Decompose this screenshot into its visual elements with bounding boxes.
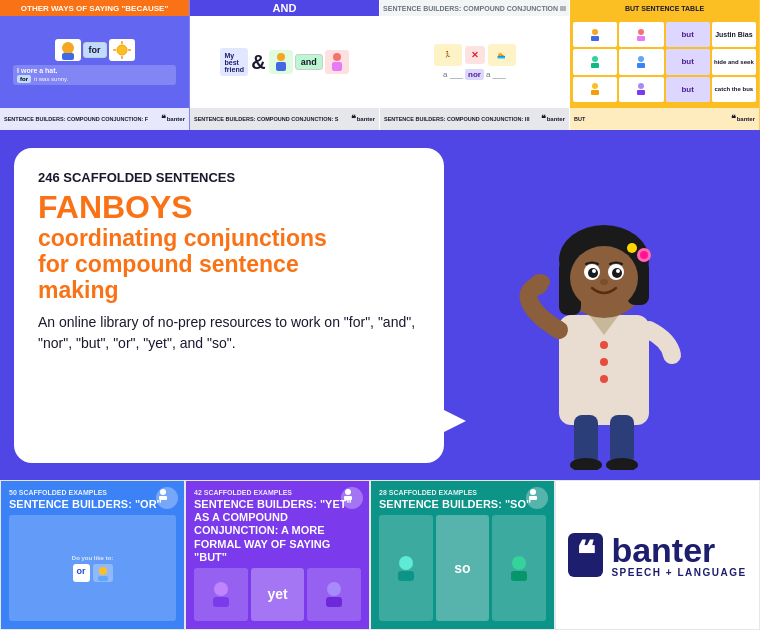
svg-rect-45 bbox=[574, 415, 598, 465]
my-box: Mybestfriend bbox=[220, 48, 248, 76]
svg-point-7 bbox=[277, 53, 285, 61]
or-scaffold-label: 50 SCAFFOLDED EXAMPLES bbox=[9, 489, 176, 496]
so-word-box: so bbox=[436, 515, 490, 621]
but-cell-but2: but bbox=[666, 49, 710, 74]
card-content-for: for I wore a hat. for it was sunny. bbox=[0, 16, 189, 108]
but-cell-2 bbox=[619, 22, 663, 47]
svg-point-25 bbox=[600, 341, 608, 349]
nor-b-label: a ___ bbox=[486, 70, 506, 79]
but-cell-but3: but bbox=[666, 77, 710, 102]
speech-bubble: 246 SCAFFOLDED SENTENCES FANBOYS coordin… bbox=[14, 148, 444, 463]
banter-logo-4: ❝ banter bbox=[731, 114, 755, 124]
svg-rect-56 bbox=[326, 597, 342, 607]
footer-label-nor: SENTENCE BUILDERS: COMPOUND CONJUNCTION:… bbox=[384, 116, 529, 122]
svg-point-38 bbox=[592, 269, 596, 273]
ampersand-icon: & bbox=[251, 51, 265, 74]
brand-quote-mark: ❝ bbox=[576, 537, 595, 573]
nor-pill: nor bbox=[465, 69, 484, 80]
svg-rect-10 bbox=[332, 62, 342, 71]
bottom-row: 50 SCAFFOLDED EXAMPLES SENTENCE BUILDERS… bbox=[0, 480, 760, 630]
middle-section: 246 SCAFFOLDED SENTENCES FANBOYS coordin… bbox=[0, 130, 760, 480]
brand-quote-box: ❝ bbox=[568, 533, 603, 577]
so-img-2 bbox=[492, 515, 546, 621]
svg-point-44 bbox=[530, 274, 550, 290]
for-pill: for bbox=[83, 42, 107, 58]
svg-point-43 bbox=[627, 243, 637, 253]
x-icon: ✕ bbox=[465, 46, 485, 64]
but-cell-4 bbox=[619, 49, 663, 74]
or-word-box: or bbox=[73, 564, 90, 582]
svg-rect-62 bbox=[511, 571, 527, 581]
svg-rect-46 bbox=[610, 415, 634, 465]
bubble-body-text: An online library of no-prep resources t… bbox=[38, 312, 420, 354]
top-card-but[interactable]: BUT SENTENCE TABLE but Justin Bias but h… bbox=[570, 0, 760, 130]
or-img-do-you: Do you like to: or bbox=[9, 515, 176, 621]
bottom-card-or[interactable]: 50 SCAFFOLDED EXAMPLES SENTENCE BUILDERS… bbox=[0, 480, 185, 630]
svg-point-15 bbox=[592, 56, 598, 62]
but-cell-action: hide and seek bbox=[712, 49, 756, 74]
svg-point-55 bbox=[327, 582, 341, 596]
svg-rect-14 bbox=[637, 36, 645, 41]
svg-rect-64 bbox=[529, 496, 537, 500]
but-cell-name: Justin Bias bbox=[712, 22, 756, 47]
top-card-and[interactable]: AND Mybestfriend & and SENTENCE BUILDERS… bbox=[190, 0, 380, 130]
yet-corner-icon bbox=[341, 487, 363, 509]
card-footer-and: SENTENCE BUILDERS: COMPOUND CONJUNCTION:… bbox=[190, 108, 379, 130]
but-cell-but: but bbox=[666, 22, 710, 47]
footer-label-but: but bbox=[574, 116, 585, 122]
banter-logo-3: ❝ banter bbox=[541, 114, 565, 124]
bottom-card-so[interactable]: 28 SCAFFOLDED EXAMPLES SENTENCE BUILDERS… bbox=[370, 480, 555, 630]
subtitle-line2: coordinating conjunctions bbox=[38, 225, 327, 251]
card-header-nor: SENTENCE BUILDERS: COMPOUND CONJUNCTION … bbox=[380, 0, 569, 16]
speech-bubble-container: 246 SCAFFOLDED SENTENCES FANBOYS coordin… bbox=[10, 140, 448, 470]
but-cell-5 bbox=[573, 77, 617, 102]
so-title: SENTENCE BUILDERS: "SO" bbox=[379, 498, 546, 511]
and-pill: and bbox=[295, 54, 323, 70]
brand-logo-group: ❝ banter SPEECH + LANGUAGE bbox=[568, 533, 746, 578]
svg-point-26 bbox=[600, 358, 608, 366]
or-image-row: Do you like to: or bbox=[9, 515, 176, 621]
card-footer-but: but ❝ banter bbox=[570, 108, 759, 130]
card-content-nor: 🏃 ✕ 🏊 a ___ nor a ___ bbox=[380, 16, 569, 108]
brand-text-group: banter SPEECH + LANGUAGE bbox=[611, 533, 746, 578]
svg-rect-8 bbox=[276, 62, 286, 71]
svg-point-21 bbox=[638, 83, 644, 89]
svg-point-27 bbox=[600, 375, 608, 383]
so-corner-icon bbox=[526, 487, 548, 509]
and-label: AND bbox=[273, 2, 297, 14]
svg-point-57 bbox=[345, 489, 351, 495]
but-cell-6 bbox=[619, 77, 663, 102]
svg-point-51 bbox=[160, 489, 166, 495]
brand-tagline: SPEECH + LANGUAGE bbox=[611, 567, 746, 578]
top-card-for[interactable]: OTHER WAYS OF SAYING "BECAUSE" for I wor… bbox=[0, 0, 190, 130]
but-header-label: BUT SENTENCE TABLE bbox=[625, 5, 704, 12]
yet-img-1 bbox=[194, 568, 248, 621]
nor-header-label: SENTENCE BUILDERS: COMPOUND CONJUNCTION … bbox=[383, 5, 566, 12]
because-label: OTHER WAYS OF SAYING "BECAUSE" bbox=[21, 4, 168, 13]
subtitle-line4: making bbox=[38, 277, 119, 303]
char-box-1 bbox=[55, 39, 81, 61]
so-scaffold-label: 28 SCAFFOLDED EXAMPLES bbox=[379, 489, 546, 496]
or-corner-icon bbox=[156, 487, 178, 509]
svg-point-0 bbox=[62, 42, 74, 54]
or-img-placeholder bbox=[93, 564, 113, 582]
but-cell-action2: catch the bus bbox=[712, 77, 756, 102]
svg-point-63 bbox=[530, 489, 536, 495]
svg-rect-12 bbox=[591, 36, 599, 41]
banter-logo-1: ❝ banter bbox=[161, 114, 185, 124]
bottom-card-yet[interactable]: 42 SCAFFOLDED EXAMPLES SENTENCE BUILDERS… bbox=[185, 480, 370, 630]
svg-rect-1 bbox=[62, 53, 74, 60]
but-cell-3 bbox=[573, 49, 617, 74]
and-examples: and bbox=[269, 50, 349, 74]
nor-img2: 🏊 bbox=[488, 44, 516, 66]
fanboys-title: FANBOYS bbox=[38, 191, 420, 223]
brand-name: banter bbox=[611, 533, 746, 567]
card-footer-nor: SENTENCE BUILDERS: COMPOUND CONJUNCTION:… bbox=[380, 108, 569, 130]
svg-point-13 bbox=[638, 29, 644, 35]
or-options: or bbox=[73, 564, 113, 582]
yet-title: SENTENCE BUILDERS: "YET" AS A COMPOUND C… bbox=[194, 498, 361, 564]
footer-label-and: SENTENCE BUILDERS: COMPOUND CONJUNCTION:… bbox=[194, 116, 339, 122]
sun-icon-box bbox=[109, 39, 135, 61]
svg-point-42 bbox=[640, 251, 648, 259]
top-card-nor[interactable]: SENTENCE BUILDERS: COMPOUND CONJUNCTION … bbox=[380, 0, 570, 130]
